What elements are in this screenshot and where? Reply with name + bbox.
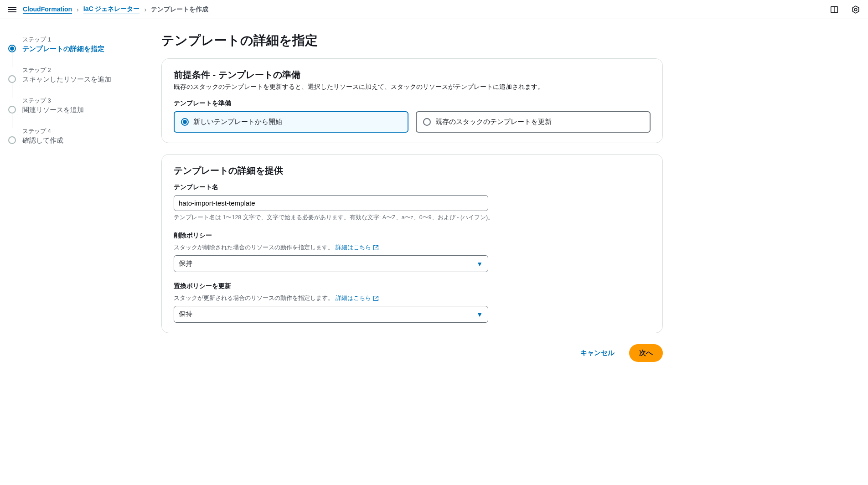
settings-icon[interactable] [852, 5, 860, 14]
template-name-help: テンプレート名は 1〜128 文字で、文字で始まる必要があります。有効な文字: … [174, 214, 651, 222]
layout: ステップ 1 テンプレートの詳細を指定 ステップ 2 スキャンしたリソースを追加… [0, 19, 868, 375]
svg-point-3 [854, 8, 857, 11]
step-num: ステップ 1 [22, 36, 104, 44]
template-details-panel: テンプレートの詳細を提供 テンプレート名 テンプレート名は 1〜128 文字で、… [161, 154, 663, 333]
breadcrumb-link-cloudformation[interactable]: CloudFormation [23, 5, 72, 14]
replace-policy-field: 置換ポリシーを更新 スタックが更新される場合のリソースの動作を指定します。 詳細… [174, 282, 651, 323]
delete-policy-learn-more-link[interactable]: 詳細はこちら [336, 243, 379, 252]
wizard-step-4[interactable]: ステップ 4 確認して作成 [8, 127, 145, 145]
prepare-template-label: テンプレートを準備 [174, 99, 651, 108]
wizard-step-3[interactable]: ステップ 3 関連リソースを追加 [8, 97, 145, 127]
page-title: テンプレートの詳細を指定 [161, 32, 663, 49]
prereq-heading: 前提条件 - テンプレートの準備 [174, 69, 651, 81]
wizard-step-1[interactable]: ステップ 1 テンプレートの詳細を指定 [8, 36, 145, 66]
chevron-right-icon: › [77, 6, 79, 13]
delete-policy-select[interactable]: 保持 [174, 255, 488, 272]
template-name-field: テンプレート名 テンプレート名は 1〜128 文字で、文字で始まる必要があります… [174, 183, 651, 222]
step-num: ステップ 2 [22, 66, 111, 74]
svg-marker-2 [852, 6, 859, 13]
radio-icon [423, 118, 431, 126]
prerequisites-panel: 前提条件 - テンプレートの準備 既存のスタックのテンプレートを更新すると、選択… [161, 58, 663, 143]
breadcrumb-current: テンプレートを作成 [151, 5, 208, 14]
radio-icon [181, 118, 189, 126]
replace-policy-sub: スタックが更新される場合のリソースの動作を指定します。 詳細はこちら [174, 294, 651, 302]
external-link-icon [373, 245, 379, 251]
replace-policy-label: 置換ポリシーを更新 [174, 282, 651, 290]
topbar-left: CloudFormation › IaC ジェネレーター › テンプレートを作成 [8, 5, 208, 14]
external-link-icon [373, 295, 379, 301]
step-label: 関連リソースを追加 [22, 106, 84, 114]
topbar-right [830, 5, 860, 15]
option-new-template[interactable]: 新しいテンプレートから開始 [174, 111, 408, 133]
panel-icon[interactable] [830, 5, 838, 14]
main-content: テンプレートの詳細を指定 前提条件 - テンプレートの準備 既存のスタックのテン… [161, 32, 663, 362]
step-label: スキャンしたリソースを追加 [22, 75, 111, 84]
replace-policy-learn-more-link[interactable]: 詳細はこちら [336, 294, 379, 302]
footer-actions: キャンセル 次へ [161, 344, 663, 362]
chevron-right-icon: › [144, 6, 146, 13]
replace-policy-select[interactable]: 保持 [174, 306, 488, 323]
delete-policy-sub: スタックが削除された場合のリソースの動作を指定します。 詳細はこちら [174, 243, 651, 252]
prereq-desc: 既存のスタックのテンプレートを更新すると、選択したリソースに加えて、スタックのリ… [174, 83, 651, 91]
wizard-dot-icon [8, 45, 16, 52]
delete-policy-field: 削除ポリシー スタックが削除された場合のリソースの動作を指定します。 詳細はこち… [174, 232, 651, 272]
details-heading: テンプレートの詳細を提供 [174, 165, 651, 177]
template-name-input[interactable] [174, 195, 488, 211]
step-num: ステップ 3 [22, 97, 84, 105]
template-prep-options: 新しいテンプレートから開始 既存のスタックのテンプレートを更新 [174, 111, 651, 133]
option-label: 新しいテンプレートから開始 [193, 118, 282, 126]
step-num: ステップ 4 [22, 127, 63, 135]
step-label: 確認して作成 [22, 136, 63, 145]
wizard-dot-icon [8, 136, 16, 144]
option-existing-stack[interactable]: 既存のスタックのテンプレートを更新 [416, 111, 651, 133]
svg-rect-0 [831, 6, 838, 13]
wizard-step-2[interactable]: ステップ 2 スキャンしたリソースを追加 [8, 66, 145, 97]
template-name-label: テンプレート名 [174, 183, 651, 191]
breadcrumb-link-iac-generator[interactable]: IaC ジェネレーター [83, 5, 140, 14]
wizard-dot-icon [8, 106, 16, 114]
next-button[interactable]: 次へ [629, 344, 663, 362]
cancel-button[interactable]: キャンセル [571, 344, 624, 362]
breadcrumb: CloudFormation › IaC ジェネレーター › テンプレートを作成 [23, 5, 208, 14]
option-label: 既存のスタックのテンプレートを更新 [435, 118, 552, 126]
wizard-dot-icon [8, 75, 16, 83]
topbar: CloudFormation › IaC ジェネレーター › テンプレートを作成 [0, 0, 868, 19]
wizard-nav: ステップ 1 テンプレートの詳細を指定 ステップ 2 スキャンしたリソースを追加… [8, 32, 145, 362]
delete-policy-label: 削除ポリシー [174, 232, 651, 240]
step-label: テンプレートの詳細を指定 [22, 45, 104, 53]
divider [845, 5, 845, 15]
menu-icon[interactable] [8, 7, 16, 12]
